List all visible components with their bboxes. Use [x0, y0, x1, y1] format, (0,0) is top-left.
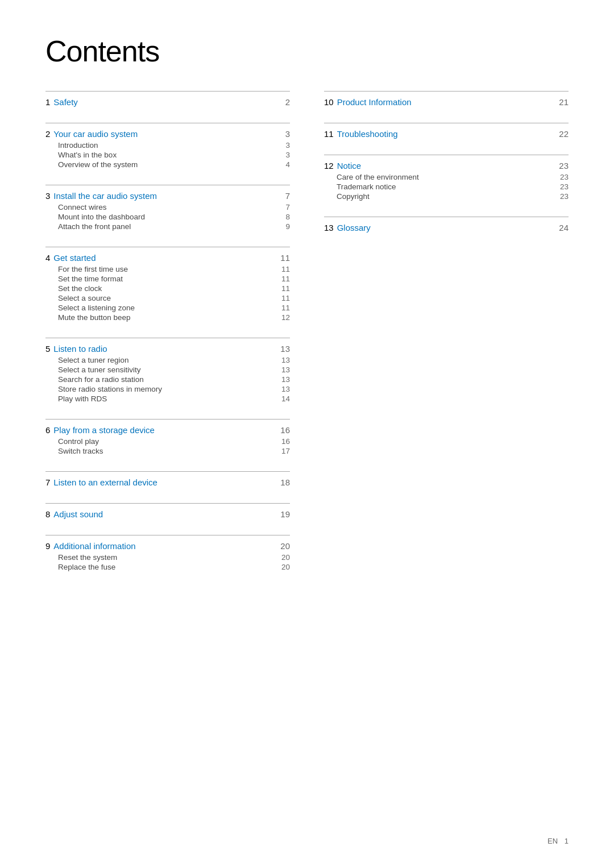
- toc-section: 9Additional information20Reset the syste…: [45, 535, 290, 571]
- sub-item-title[interactable]: Search for a radio station: [58, 375, 281, 384]
- toc-section: 4Get started11For the first time use11Se…: [45, 247, 290, 322]
- sub-item-page: 11: [281, 265, 290, 273]
- page-title: Contents: [45, 34, 569, 68]
- sub-item-page: 3: [285, 151, 290, 159]
- section-page: 19: [280, 509, 290, 519]
- sub-item-page: 9: [285, 222, 290, 231]
- sub-item-page: 20: [281, 553, 290, 562]
- toc-sub-item: Search for a radio station13: [45, 375, 290, 384]
- sub-item-page: 23: [560, 173, 569, 181]
- sub-item-title[interactable]: Introduction: [58, 141, 285, 149]
- sub-item-title[interactable]: Switch tracks: [58, 447, 281, 455]
- toc-sub-item: Switch tracks17: [45, 447, 290, 455]
- toc-sub-item: Store radio stations in memory13: [45, 385, 290, 393]
- toc-sub-item: For the first time use11: [45, 265, 290, 273]
- section-page: 3: [285, 129, 290, 139]
- sub-item-title[interactable]: Care of the environment: [337, 173, 560, 181]
- section-number: 12: [324, 161, 334, 171]
- sub-item-page: 20: [281, 563, 290, 571]
- toc-section-header: 7Listen to an external device18: [45, 477, 290, 487]
- section-number: 3: [45, 191, 50, 201]
- sub-item-title[interactable]: Select a tuner region: [58, 356, 281, 364]
- section-title[interactable]: Glossary: [337, 223, 559, 232]
- section-title[interactable]: Play from a storage device: [53, 425, 280, 435]
- sub-item-title[interactable]: What's in the box: [58, 151, 285, 159]
- section-title[interactable]: Get started: [53, 253, 280, 263]
- toc-sub-item: Control play16: [45, 437, 290, 446]
- right-column: 10Product Information2111Troubleshooting…: [324, 91, 569, 587]
- sub-item-title[interactable]: Trademark notice: [337, 182, 560, 191]
- sub-item-page: 3: [285, 141, 290, 149]
- section-title[interactable]: Adjust sound: [53, 509, 280, 519]
- toc-sub-item: Connect wires7: [45, 203, 290, 211]
- sub-item-title[interactable]: Copyright: [337, 192, 560, 201]
- toc-sub-item: Select a tuner region13: [45, 356, 290, 364]
- sub-item-page: 13: [281, 375, 290, 384]
- toc-section-header: 6Play from a storage device16: [45, 425, 290, 435]
- section-page: 24: [559, 223, 569, 232]
- sub-item-title[interactable]: Mute the button beep: [58, 313, 281, 322]
- section-title[interactable]: Listen to radio: [53, 344, 280, 354]
- section-page: 23: [559, 161, 569, 171]
- sub-item-page: 14: [281, 394, 290, 403]
- toc-sub-item: Select a source11: [45, 294, 290, 302]
- sub-item-title[interactable]: Replace the fuse: [58, 563, 281, 571]
- toc-section: 10Product Information21: [324, 91, 569, 107]
- toc-section: 3Install the car audio system7Connect wi…: [45, 185, 290, 231]
- toc-sub-item: Set the time format11: [45, 275, 290, 283]
- section-number: 10: [324, 97, 334, 107]
- section-title[interactable]: Safety: [53, 97, 285, 107]
- toc-section-header: 3Install the car audio system7: [45, 191, 290, 201]
- sub-item-title[interactable]: Select a tuner sensitivity: [58, 366, 281, 374]
- toc-sub-item: Overview of the system4: [45, 160, 290, 169]
- sub-item-title[interactable]: Control play: [58, 437, 281, 446]
- toc-section: 5Listen to radio13Select a tuner region1…: [45, 338, 290, 403]
- section-title[interactable]: Listen to an external device: [53, 477, 280, 487]
- toc-section-header: 1Safety2: [45, 97, 290, 107]
- toc-section-header: 9Additional information20: [45, 541, 290, 551]
- section-page: 2: [285, 97, 290, 107]
- sub-item-page: 23: [560, 182, 569, 191]
- section-page: 18: [280, 477, 290, 487]
- sub-item-title[interactable]: Connect wires: [58, 203, 285, 211]
- sub-item-title[interactable]: Store radio stations in memory: [58, 385, 281, 393]
- sub-item-title[interactable]: Set the time format: [58, 275, 281, 283]
- sub-item-title[interactable]: Mount into the dashboard: [58, 213, 285, 221]
- sub-item-title[interactable]: Reset the system: [58, 553, 281, 562]
- sub-item-title[interactable]: For the first time use: [58, 265, 281, 273]
- sub-item-title[interactable]: Select a listening zone: [58, 304, 281, 312]
- section-title[interactable]: Product Information: [337, 97, 559, 107]
- section-title[interactable]: Additional information: [53, 541, 280, 551]
- toc-section-header: 2Your car audio system3: [45, 129, 290, 139]
- toc-sub-item: Replace the fuse20: [45, 563, 290, 571]
- toc-section-header: 13Glossary24: [324, 223, 569, 232]
- section-title[interactable]: Notice: [337, 161, 559, 171]
- section-title[interactable]: Troubleshooting: [337, 129, 559, 139]
- toc-sub-item: What's in the box3: [45, 151, 290, 159]
- section-page: 7: [285, 191, 290, 201]
- section-title[interactable]: Install the car audio system: [53, 191, 285, 201]
- sub-item-page: 12: [281, 313, 290, 322]
- section-page: 16: [280, 425, 290, 435]
- sub-item-page: 11: [281, 294, 290, 302]
- toc-section-header: 8Adjust sound19: [45, 509, 290, 519]
- toc-layout: 1Safety22Your car audio system3Introduct…: [45, 91, 569, 587]
- section-page: 21: [559, 97, 569, 107]
- sub-item-page: 13: [281, 385, 290, 393]
- section-number: 1: [45, 97, 50, 107]
- toc-section: 8Adjust sound19: [45, 503, 290, 519]
- sub-item-title[interactable]: Overview of the system: [58, 160, 285, 169]
- toc-section: 11Troubleshooting22: [324, 123, 569, 139]
- toc-sub-item: Copyright23: [324, 192, 569, 201]
- section-title[interactable]: Your car audio system: [53, 129, 285, 139]
- sub-item-title[interactable]: Set the clock: [58, 284, 281, 293]
- sub-item-title[interactable]: Select a source: [58, 294, 281, 302]
- toc-sub-item: Set the clock11: [45, 284, 290, 293]
- toc-sub-item: Select a listening zone11: [45, 304, 290, 312]
- toc-section-header: 11Troubleshooting22: [324, 129, 569, 139]
- sub-item-title[interactable]: Attach the front panel: [58, 222, 285, 231]
- sub-item-title[interactable]: Play with RDS: [58, 394, 281, 403]
- toc-sub-item: Play with RDS14: [45, 394, 290, 403]
- sub-item-page: 11: [281, 275, 290, 283]
- section-number: 5: [45, 344, 50, 354]
